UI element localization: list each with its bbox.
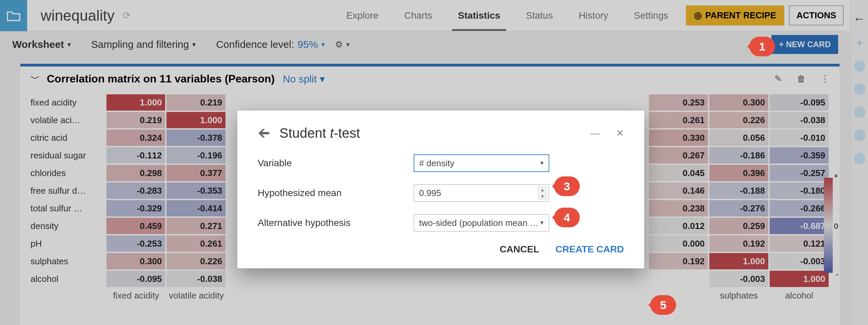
callout-4: 4 — [554, 208, 580, 227]
dropdown-icon: ▼ — [539, 220, 545, 226]
cancel-button[interactable]: CANCEL — [500, 244, 539, 255]
student-t-test-modal: 🡨 Student t-test — ✕ Variable # density … — [237, 111, 644, 268]
variable-value: # density — [419, 158, 454, 169]
modal-title-post: -test — [334, 126, 360, 140]
variable-select[interactable]: # density ▼ — [414, 154, 549, 172]
modal-title-pre: Student — [279, 126, 330, 140]
back-icon[interactable]: 🡨 — [258, 126, 270, 140]
callout-1: 1 — [749, 37, 775, 56]
spinner-icon[interactable]: ▲▼ — [538, 186, 547, 200]
variable-label: Variable — [258, 158, 414, 169]
hypothesized-mean-label: Hypothesized mean — [258, 188, 414, 198]
modal-buttons: CANCEL CREATE CARD — [258, 244, 624, 255]
hypothesized-mean-value: 0.995 — [419, 188, 441, 198]
callout-3: 3 — [554, 176, 580, 196]
minimize-icon[interactable]: — — [590, 128, 600, 139]
alternative-hypothesis-select[interactable]: two-sided (population mean … ▼ — [414, 214, 549, 232]
alternative-hypothesis-value: two-sided (population mean … — [419, 218, 539, 228]
close-icon[interactable]: ✕ — [616, 128, 624, 139]
create-card-button[interactable]: CREATE CARD — [555, 244, 624, 255]
callout-5: 5 — [650, 295, 676, 315]
modal-header: 🡨 Student t-test — ✕ — [258, 126, 624, 141]
hypothesized-mean-input[interactable]: 0.995 ▲▼ — [414, 184, 549, 202]
dropdown-icon: ▼ — [539, 160, 545, 166]
alternative-hypothesis-label: Alternative hypothesis — [258, 217, 414, 228]
variable-row: Variable # density ▼ — [258, 154, 624, 172]
modal-title-em: t — [330, 126, 334, 140]
modal-title: Student t-test — [279, 126, 360, 141]
